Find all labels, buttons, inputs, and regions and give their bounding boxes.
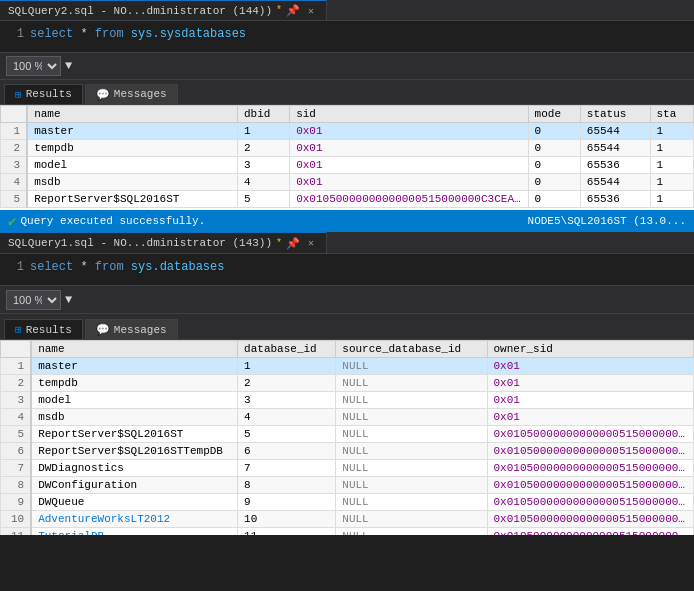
table-cell: ReportServer$SQL2016ST [27, 190, 237, 207]
table-row[interactable]: 1master1NULL0x01 [1, 358, 694, 375]
row-number: 5 [1, 426, 32, 443]
table-cell: 1 [650, 139, 694, 156]
row-number: 4 [1, 173, 28, 190]
results-tab-icon: ⊞ [15, 88, 22, 101]
table-row[interactable]: 9DWQueue9NULL0x0105000000000000051500000… [1, 494, 694, 511]
table-cell: 0x010500000000000005150000000C3CEA40EF80… [487, 443, 694, 460]
table-cell: 0 [528, 190, 580, 207]
table-cell: NULL [336, 528, 487, 536]
messages-tab-label: Messages [114, 88, 167, 100]
table-row[interactable]: 11TutorialDB11NULL0x01050000000000000515… [1, 528, 694, 536]
row-number: 3 [1, 392, 32, 409]
table-row[interactable]: 1master10x010655441 [1, 122, 694, 139]
table-row[interactable]: 7DWDiagnostics7NULL0x0105000000000000051… [1, 460, 694, 477]
bottom-toolbar: 100 % ▼ [0, 286, 694, 314]
table-cell: NULL [336, 392, 487, 409]
table-row[interactable]: 3model30x010655361 [1, 156, 694, 173]
table-cell: master [31, 358, 237, 375]
bottom-tab-close-button[interactable]: ✕ [304, 236, 318, 250]
bottom-results-tab[interactable]: ⊞ Results [4, 319, 83, 339]
bottom-tab[interactable]: SQLQuery1.sql - NO...dministrator (143))… [0, 232, 327, 253]
bottom-results-tab-label: Results [26, 324, 72, 336]
bottom-messages-tab[interactable]: 💬 Messages [85, 319, 178, 339]
table-cell: ReportServer$SQL2016STTempDB [31, 443, 237, 460]
table-row[interactable]: 10AdventureWorksLT201210NULL0x0105000000… [1, 511, 694, 528]
bottom-tab-pin-icon[interactable]: 📌 [286, 237, 300, 250]
col-status: status [580, 105, 650, 122]
row-number: 7 [1, 460, 32, 477]
bottom-col-owner-sid: owner_sid [487, 341, 694, 358]
bottom-table-header: name database_id source_database_id owne… [1, 341, 694, 358]
table-row[interactable]: 2tempdb20x010655441 [1, 139, 694, 156]
bottom-data-grid[interactable]: name database_id source_database_id owne… [0, 340, 694, 535]
table-cell: 0x01 [290, 139, 528, 156]
tab-close-button[interactable]: ✕ [304, 4, 318, 18]
table-cell: tempdb [27, 139, 237, 156]
row-number: 2 [1, 375, 32, 392]
table-row[interactable]: 4msdb4NULL0x01 [1, 409, 694, 426]
table-cell: NULL [336, 375, 487, 392]
table-cell: msdb [27, 173, 237, 190]
table-cell: 0x01 [290, 156, 528, 173]
table-cell: 1 [650, 122, 694, 139]
row-number: 2 [1, 139, 28, 156]
top-toolbar: 100 % ▼ [0, 53, 694, 80]
table-cell: 4 [238, 409, 336, 426]
bottom-tab-bar: SQLQuery1.sql - NO...dministrator (143))… [0, 232, 694, 254]
top-data-grid[interactable]: name dbid sid mode status sta 1master10x… [0, 105, 694, 210]
table-row[interactable]: 2tempdb2NULL0x01 [1, 375, 694, 392]
bottom-results-tab-icon: ⊞ [15, 323, 22, 336]
table-cell: NULL [336, 358, 487, 375]
zoom-select[interactable]: 100 % [6, 56, 61, 76]
row-number: 3 [1, 156, 28, 173]
row-number: 10 [1, 511, 32, 528]
table-cell: DWQueue [31, 494, 237, 511]
top-table: name dbid sid mode status sta 1master10x… [0, 105, 694, 208]
table-cell: model [31, 392, 237, 409]
table-row[interactable]: 5ReportServer$SQL2016ST5NULL0x0105000000… [1, 426, 694, 443]
table-row[interactable]: 4msdb40x010655441 [1, 173, 694, 190]
tab-pin-icon[interactable]: 📌 [286, 4, 300, 17]
table-cell: AdventureWorksLT2012 [31, 511, 237, 528]
bottom-result-tabs: ⊞ Results 💬 Messages [0, 314, 694, 340]
table-cell: 0x010500000000000005150000000C3CEA40EF80… [487, 477, 694, 494]
bottom-query-editor[interactable]: 1 select * from sys.databases [0, 254, 694, 286]
table-cell: 65544 [580, 122, 650, 139]
row-number: 1 [1, 122, 28, 139]
bottom-code-text: select * from sys.databases [30, 260, 224, 274]
table-cell: NULL [336, 409, 487, 426]
messages-tab[interactable]: 💬 Messages [85, 84, 178, 104]
bottom-tab-modified: * [276, 238, 282, 249]
status-bar: ✔ Query executed successfully. NODE5\SQL… [0, 210, 694, 232]
table-cell: 65544 [580, 173, 650, 190]
results-tab-label: Results [26, 88, 72, 100]
table-cell: 1 [237, 122, 289, 139]
bottom-line-number: 1 [2, 260, 30, 274]
bottom-messages-tab-icon: 💬 [96, 323, 110, 336]
row-number: 11 [1, 528, 32, 536]
bottom-zoom-select[interactable]: 100 % [6, 290, 61, 310]
bottom-col-source-database-id: source_database_id [336, 341, 487, 358]
table-cell: msdb [31, 409, 237, 426]
col-sid: sid [290, 105, 528, 122]
table-row[interactable]: 8DWConfiguration8NULL0x01050000000000000… [1, 477, 694, 494]
table-cell: NULL [336, 426, 487, 443]
table-row[interactable]: 6ReportServer$SQL2016STTempDB6NULL0x0105… [1, 443, 694, 460]
top-tab[interactable]: SQLQuery2.sql - NO...dministrator (144))… [0, 0, 327, 20]
results-tab[interactable]: ⊞ Results [4, 84, 83, 104]
table-cell: NULL [336, 460, 487, 477]
table-cell: 4 [237, 173, 289, 190]
table-row[interactable]: 3model3NULL0x01 [1, 392, 694, 409]
bottom-zoom-dropdown-icon[interactable]: ▼ [65, 293, 72, 307]
top-query-editor[interactable]: 1 select * from sys.sysdatabases [0, 21, 694, 53]
zoom-dropdown-icon[interactable]: ▼ [65, 59, 72, 73]
table-cell: NULL [336, 511, 487, 528]
table-cell: 10 [238, 511, 336, 528]
bottom-col-name: name [31, 341, 237, 358]
bottom-table: name database_id source_database_id owne… [0, 340, 694, 535]
bottom-code-line-1: 1 select * from sys.databases [0, 258, 694, 276]
table-cell: 0 [528, 139, 580, 156]
bottom-tab-label: SQLQuery1.sql - NO...dministrator (143)) [8, 237, 272, 249]
bottom-messages-tab-label: Messages [114, 324, 167, 336]
table-row[interactable]: 5ReportServer$SQL2016ST50x01050000000000… [1, 190, 694, 207]
